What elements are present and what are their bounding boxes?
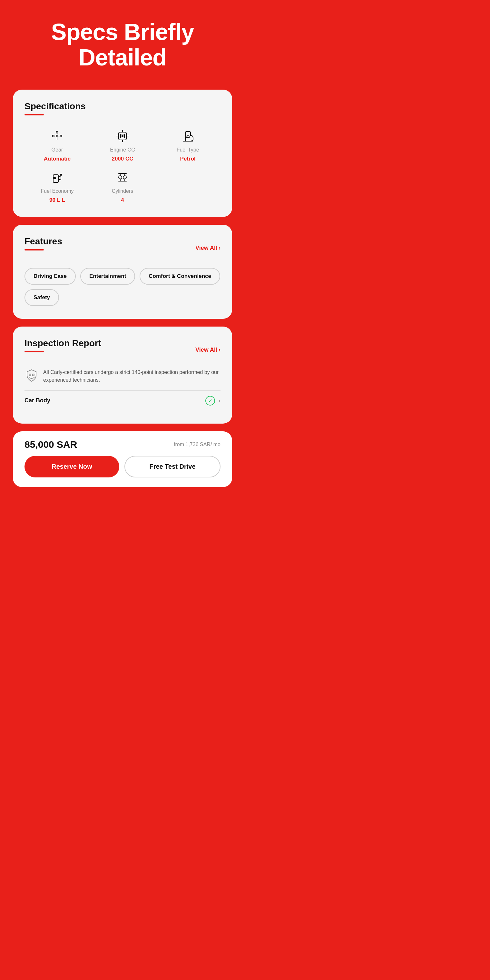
features-chevron-icon: ›: [219, 245, 221, 251]
features-title-underline: [24, 249, 44, 250]
reserve-now-button[interactable]: Reserve Now: [24, 456, 119, 477]
svg-point-29: [29, 374, 31, 376]
car-body-right: ✓ ›: [205, 396, 221, 406]
bottom-bar: 85,000 SAR from 1,736 SAR/ mo Reserve No…: [13, 431, 232, 487]
features-card: Features View All › Driving Ease Enterta…: [13, 225, 232, 319]
spec-cylinders: Cylinders 4: [90, 169, 155, 204]
svg-point-14: [122, 135, 123, 137]
spec-fuel-type: Fuel Type Petrol: [155, 128, 221, 162]
gear-label: Gear: [52, 147, 63, 153]
svg-point-21: [119, 176, 122, 179]
cylinders-label: Cylinders: [112, 188, 134, 194]
engine-label: Engine CC: [110, 147, 135, 153]
inspection-chevron-icon: ›: [219, 347, 221, 353]
cylinders-value: 4: [121, 197, 124, 204]
fuel-economy-value: 90 L L: [49, 197, 65, 204]
cylinders-icon: [114, 169, 131, 186]
inspection-card: Inspection Report View All › All Carly-c…: [13, 326, 232, 423]
inspection-info: All Carly-certified cars undergo a stric…: [24, 369, 221, 384]
fuel-type-label: Fuel Type: [177, 147, 199, 153]
spec-title: Specifications: [24, 101, 86, 111]
features-view-all[interactable]: View All ›: [196, 245, 221, 251]
price-main: 85,000 SAR: [24, 439, 77, 450]
inspection-section-header: Inspection Report View All ›: [24, 338, 221, 362]
engine-icon: [114, 128, 131, 145]
inspection-car-body[interactable]: Car Body ✓ ›: [24, 390, 221, 411]
feature-tag-driving-ease[interactable]: Driving Ease: [24, 268, 76, 285]
fuel-economy-icon: [49, 169, 65, 186]
specifications-card: Specifications: [13, 90, 232, 216]
specs-grid: Gear Automatic Engine CC: [24, 128, 221, 204]
fuel-type-icon: [180, 128, 196, 145]
features-section-header: Features View All ›: [24, 236, 221, 260]
features-tags-container: Driving Ease Entertainment Comfort & Con…: [24, 268, 221, 306]
inspection-title-underline: [24, 351, 44, 352]
car-body-check-icon: ✓: [205, 396, 215, 406]
specs-row-1: Gear Automatic Engine CC: [24, 128, 221, 162]
specs-row-2: Fuel Economy 90 L L: [24, 169, 221, 204]
fuel-economy-label: Fuel Economy: [41, 188, 73, 194]
gear-icon: [49, 128, 65, 145]
cta-row: Reserve Now Free Test Drive: [24, 456, 221, 477]
feature-tag-comfort[interactable]: Comfort & Convenience: [140, 268, 220, 285]
inspection-shield-icon: [24, 369, 39, 383]
spec-section-header: Specifications: [24, 101, 221, 125]
car-body-label: Car Body: [24, 397, 50, 404]
price-monthly: from 1,736 SAR/ mo: [174, 442, 221, 447]
spec-gear: Gear Automatic: [24, 128, 90, 162]
fuel-type-value: Petrol: [180, 155, 196, 162]
price-row: 85,000 SAR from 1,736 SAR/ mo: [24, 439, 221, 450]
inspection-title: Inspection Report: [24, 338, 101, 348]
features-title: Features: [24, 236, 62, 247]
feature-tag-entertainment[interactable]: Entertainment: [80, 268, 135, 285]
spec-title-underline: [24, 114, 44, 115]
inspection-view-all[interactable]: View All ›: [196, 347, 221, 353]
svg-rect-18: [53, 177, 56, 179]
free-test-drive-button[interactable]: Free Test Drive: [124, 456, 221, 477]
feature-tag-safety[interactable]: Safety: [24, 289, 59, 306]
gear-value: Automatic: [44, 155, 71, 162]
engine-value: 2000 CC: [111, 155, 133, 162]
svg-point-30: [32, 374, 34, 376]
spec-engine: Engine CC 2000 CC: [90, 128, 155, 162]
hero-title: Specs Briefly Detailed: [51, 19, 194, 70]
spec-placeholder: [155, 169, 221, 204]
svg-point-22: [123, 176, 126, 179]
inspection-info-text: All Carly-certified cars undergo a stric…: [43, 369, 221, 384]
car-body-chevron-icon: ›: [218, 397, 221, 404]
spec-fuel-economy: Fuel Economy 90 L L: [24, 169, 90, 204]
